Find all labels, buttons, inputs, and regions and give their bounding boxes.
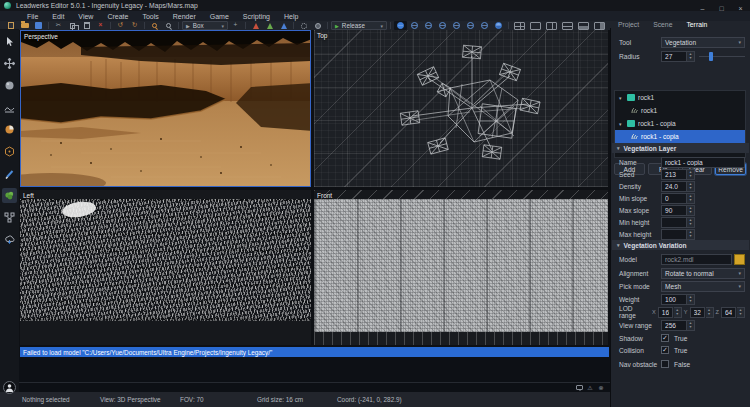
- cut-button[interactable]: ✂: [52, 21, 65, 30]
- layer-group-row[interactable]: ▾ rock1: [615, 91, 745, 104]
- max-height-spinner[interactable]: ▴▾: [687, 229, 695, 240]
- lod-x-spinner[interactable]: ▴▾: [674, 307, 682, 318]
- layout-single-button[interactable]: [528, 21, 543, 30]
- render-mode-button-6[interactable]: [464, 21, 477, 30]
- vegetation-layer-section-header[interactable]: ▾ Vegetation Layer: [612, 143, 749, 153]
- layout-hsplit-button[interactable]: [560, 21, 575, 30]
- axis-tool-green-button[interactable]: [263, 21, 276, 30]
- vegetation-tool-button[interactable]: [2, 188, 17, 203]
- menu-game[interactable]: Game: [203, 11, 236, 21]
- model-browse-button[interactable]: [734, 254, 745, 265]
- warnings-filter-button[interactable]: ⚠: [586, 384, 594, 392]
- layout-bottom-panel-button[interactable]: [576, 21, 591, 30]
- pick-mode-dropdown[interactable]: Mesh ▾: [661, 281, 745, 292]
- vegetation-variation-section-header[interactable]: ▾ Vegetation Variation: [612, 240, 749, 250]
- errors-filter-button[interactable]: ⊗: [597, 384, 605, 392]
- expander-icon[interactable]: ▾: [619, 121, 624, 127]
- axis-tool-red-button[interactable]: [249, 21, 262, 30]
- layout-right-panel-button[interactable]: [592, 21, 607, 30]
- viewport-left[interactable]: Left: [20, 190, 311, 345]
- layer-group-row[interactable]: ▾ rock1 - copia: [615, 117, 745, 130]
- layout-quad-button[interactable]: [512, 21, 527, 30]
- select-tool-button[interactable]: [2, 34, 17, 49]
- radius-slider[interactable]: [699, 51, 745, 62]
- move-tool-button[interactable]: [2, 56, 17, 71]
- nav-obstacle-checkbox[interactable]: [661, 360, 669, 368]
- collision-checkbox[interactable]: ✓: [661, 346, 669, 354]
- add-primitive-button[interactable]: +: [229, 21, 242, 30]
- min-slope-spinner[interactable]: ▴▾: [687, 193, 695, 204]
- density-spinner[interactable]: ▴▾: [687, 181, 695, 192]
- delete-button[interactable]: ×: [94, 21, 107, 30]
- expander-icon[interactable]: ▾: [619, 95, 624, 101]
- layer-variation-row-selected[interactable]: rock1 - copia: [615, 130, 745, 143]
- name-input[interactable]: [661, 157, 745, 168]
- model-input[interactable]: [661, 254, 732, 265]
- alignment-dropdown[interactable]: Rotate to normal ▾: [661, 268, 745, 279]
- zoom-out-button[interactable]: [148, 21, 161, 30]
- max-slope-input[interactable]: [661, 205, 687, 216]
- lod-z-input[interactable]: [721, 307, 736, 318]
- primitive-dropdown[interactable]: ▶ Box ▾: [182, 21, 228, 30]
- menu-view[interactable]: View: [71, 11, 100, 21]
- menu-create[interactable]: Create: [100, 11, 135, 21]
- min-height-input[interactable]: [661, 217, 687, 228]
- sculpt-tool-button[interactable]: [2, 100, 17, 115]
- sphere-tool-button[interactable]: [2, 78, 17, 93]
- render-mode-button-2[interactable]: [408, 21, 421, 30]
- brush-tool-button[interactable]: [2, 166, 17, 181]
- copy-button[interactable]: [66, 21, 79, 30]
- view-range-input[interactable]: [661, 320, 687, 331]
- physics-tool-button[interactable]: [2, 144, 17, 159]
- render-mode-solid-button[interactable]: [394, 21, 407, 30]
- viewport-top[interactable]: Top: [314, 30, 608, 187]
- menu-file[interactable]: File: [20, 11, 45, 21]
- lod-x-input[interactable]: [658, 307, 673, 318]
- redo-button[interactable]: ↻: [128, 21, 141, 30]
- paint-tool-button[interactable]: [2, 122, 17, 137]
- weight-input[interactable]: [661, 294, 687, 305]
- render-mode-button-3[interactable]: [422, 21, 435, 30]
- lod-y-input[interactable]: [690, 307, 705, 318]
- menu-scripting[interactable]: Scripting: [236, 11, 277, 21]
- lod-y-spinner[interactable]: ▴▾: [706, 307, 714, 318]
- zoom-in-button[interactable]: [162, 21, 175, 30]
- lod-z-spinner[interactable]: ▴▾: [737, 307, 745, 318]
- settings-button[interactable]: [297, 21, 310, 30]
- menu-tools[interactable]: Tools: [135, 11, 165, 21]
- paste-button[interactable]: [80, 21, 93, 30]
- max-slope-spinner[interactable]: ▴▾: [687, 205, 695, 216]
- max-height-input[interactable]: [661, 229, 687, 240]
- viewport-perspective[interactable]: Perspective: [20, 30, 311, 187]
- render-mode-textured-button[interactable]: [492, 21, 505, 30]
- weight-spinner[interactable]: ▴▾: [687, 294, 695, 305]
- menu-help[interactable]: Help: [277, 11, 305, 21]
- messages-filter-button[interactable]: [575, 384, 583, 392]
- render-mode-button-5[interactable]: [450, 21, 463, 30]
- open-button[interactable]: [18, 21, 31, 30]
- radius-input[interactable]: [661, 51, 687, 62]
- layout-vsplit-button[interactable]: [544, 21, 559, 30]
- account-avatar-button[interactable]: [3, 381, 16, 394]
- radius-spinner[interactable]: ▴▾: [687, 51, 695, 62]
- node-graph-tool-button[interactable]: [2, 210, 17, 225]
- render-mode-button-7[interactable]: [478, 21, 491, 30]
- seed-input[interactable]: [661, 169, 687, 180]
- undo-button[interactable]: ↺: [114, 21, 127, 30]
- min-slope-input[interactable]: [661, 193, 687, 204]
- run-config-dropdown[interactable]: ▶ Release ▾: [331, 21, 387, 30]
- render-mode-button-4[interactable]: [436, 21, 449, 30]
- console-error-row[interactable]: Failed to load model "C:/Users/Yue/Docum…: [20, 347, 609, 357]
- slider-thumb[interactable]: [709, 52, 713, 61]
- viewport-front[interactable]: Front: [314, 190, 608, 345]
- options-button[interactable]: [311, 21, 324, 30]
- menu-render[interactable]: Render: [166, 11, 203, 21]
- view-range-spinner[interactable]: ▴▾: [687, 320, 695, 331]
- cloud-tool-button[interactable]: [2, 232, 17, 247]
- layer-variation-row[interactable]: rock1: [615, 104, 745, 117]
- save-button[interactable]: [32, 21, 45, 30]
- axis-tool-blue-button[interactable]: [277, 21, 290, 30]
- min-height-spinner[interactable]: ▴▾: [687, 217, 695, 228]
- menu-edit[interactable]: Edit: [45, 11, 71, 21]
- title-bar[interactable]: Leadwerks Editor 5.0.1 - Ingenuity Legac…: [0, 0, 750, 11]
